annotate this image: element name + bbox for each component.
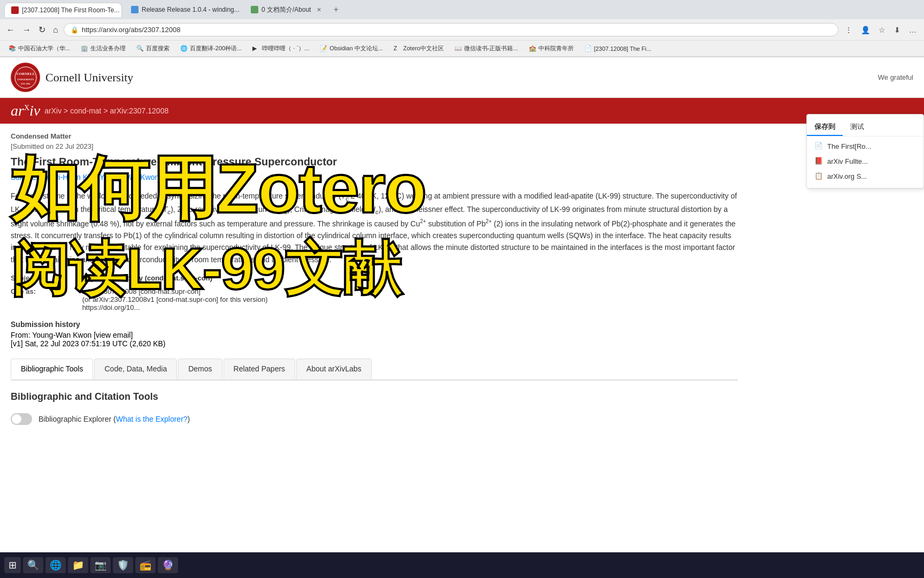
svg-text:CORNELL: CORNELL	[16, 72, 35, 76]
save-panel-tab-save[interactable]: 保存到	[807, 119, 843, 136]
favorites-button[interactable]: ☆	[875, 24, 889, 36]
tab-doc-close[interactable]: ✕	[317, 6, 321, 13]
arxiv-favicon	[11, 6, 19, 14]
subjects-value: Superconductivity (cond-mat.supr-con)	[82, 274, 212, 282]
forward-button[interactable]: →	[20, 23, 33, 37]
save-panel-header: 保存到 测试	[807, 119, 923, 136]
bookmark-8[interactable]: 🏫 中科院青年所	[525, 43, 578, 54]
arxiv-banner: arXiv arXiv > cond-mat > arXiv:2307.1200…	[0, 98, 924, 124]
nav-icons: ⋮ 👤 ☆ ⬇ …	[842, 24, 920, 36]
history-v1: [v1] Sat, 22 Jul 2023 07:51:19 UTC (2,62…	[11, 339, 738, 348]
tab-related[interactable]: Related Papers	[224, 359, 296, 379]
bookmark-label-0: 中国石油大学（华...	[18, 44, 70, 52]
breadcrumb-cond-mat[interactable]: cond-mat	[70, 107, 101, 115]
author-1[interactable]: Sukbae Lee	[11, 173, 51, 181]
tab-about[interactable]: About arXivLabs	[296, 359, 372, 379]
refresh-button[interactable]: ↻	[36, 22, 48, 37]
page-icon: 📄	[814, 142, 823, 150]
tab-release-label: Release Release 1.0.4 - winding...	[142, 6, 240, 13]
save-item-label-0: The First[Ro...	[827, 142, 871, 150]
cite-as-value-2: (or arXiv:2307.12008v1 [cond-mat.supr-co…	[82, 295, 268, 303]
paper-authors: Sukbae Lee, Ji-Hoon Kim, Young-Wan Kwon	[11, 173, 738, 181]
tab-code[interactable]: Code, Data, Media	[94, 359, 177, 379]
start-button[interactable]: ⊞	[4, 557, 21, 573]
author-3[interactable]: Young-Wan Kwon	[99, 173, 159, 181]
submission-date: [Submitted on 22 Jul 2023]	[11, 142, 738, 150]
tab-doc-label: 0 文档简介/About	[261, 5, 311, 14]
from-line: From: Young-Wan Kwon [view email]	[11, 331, 738, 339]
bookmark-icon-3: 🌐	[180, 45, 188, 52]
browser-nav: ← → ↻ ⌂ 🔒 https://arxiv.org/abs/2307.120…	[0, 19, 924, 41]
bookmark-icon-7: 📖	[455, 45, 462, 52]
from-author[interactable]: Young-Wan Kwon	[32, 331, 91, 339]
cite-as-doi[interactable]: https://doi.org/10...	[82, 303, 140, 311]
university-name: Cornell University	[45, 71, 133, 85]
home-button[interactable]: ⌂	[51, 23, 60, 37]
bookmark-4[interactable]: ▶ 哔哩哔哩（ · `）...	[248, 43, 313, 54]
bibliographic-explorer-toggle[interactable]	[11, 413, 32, 425]
bookmark-icon-2: 🔍	[136, 45, 144, 52]
bookmark-6[interactable]: Z Zotero中文社区	[389, 43, 448, 54]
save-panel: 保存到 测试 📄 The First[Ro... 📕 arXiv Fullte.…	[806, 114, 924, 188]
bookmark-0[interactable]: 📚 中国石油大学（华...	[4, 43, 74, 54]
pdf-icon: 📕	[814, 157, 823, 165]
bookmark-icon-4: ▶	[252, 45, 260, 52]
svg-point-0	[13, 65, 38, 90]
media-taskbar-button[interactable]: 📻	[135, 557, 156, 573]
search-taskbar-button[interactable]: 🔍	[23, 557, 43, 573]
browser-titlebar: [2307.12008] The First Room-Te... ✕ Rele…	[0, 0, 924, 19]
paper-title: The First Room-Temperature Ambient-Press…	[11, 155, 738, 169]
cornell-logo: CORNELL UNIVERSITY EST. 1865 Cornell Uni…	[11, 63, 133, 92]
tab-doc[interactable]: 0 文档简介/About ✕	[244, 2, 328, 18]
cite-as-value-1: arXiv:2307.12008 [cond-mat.supr-con]	[82, 287, 201, 295]
explorer-taskbar-button[interactable]: 📁	[68, 557, 88, 573]
settings-button[interactable]: …	[906, 24, 920, 36]
extensions-button[interactable]: ⋮	[842, 24, 856, 36]
back-button[interactable]: ←	[4, 23, 17, 37]
security-taskbar-button[interactable]: 🛡️	[113, 557, 133, 573]
submission-history-title: Submission history	[11, 320, 738, 329]
bookmark-5[interactable]: 📝 Obsidian 中文论坛...	[315, 43, 387, 54]
bookmark-7[interactable]: 📖 微信读书-正版书籍...	[450, 43, 522, 54]
page-wrapper: CORNELL UNIVERSITY EST. 1865 Cornell Uni…	[0, 57, 924, 446]
tab-arxiv-label: [2307.12008] The First Room-Te...	[22, 6, 120, 14]
breadcrumb-arxiv[interactable]: arXiv	[44, 107, 61, 115]
camera-taskbar-button[interactable]: 📷	[90, 557, 111, 573]
save-panel-item-1[interactable]: 📕 arXiv Fullte...	[807, 154, 923, 169]
bookmark-icon-1: 🏢	[81, 45, 88, 52]
tab-arxiv[interactable]: [2307.12008] The First Room-Te... ✕	[4, 3, 122, 17]
app-taskbar-button[interactable]: 🔮	[158, 557, 178, 573]
view-email-link[interactable]: [view email]	[94, 331, 133, 339]
tab-bibliographic[interactable]: Bibliographic Tools	[11, 359, 93, 379]
tab-demos[interactable]: Demos	[178, 359, 222, 379]
browser-chrome: [2307.12008] The First Room-Te... ✕ Rele…	[0, 0, 924, 57]
author-2[interactable]: Ji-Hoon Kim	[55, 173, 96, 181]
tabs-container: Bibliographic Tools Code, Data, Media De…	[11, 359, 738, 381]
bookmark-2[interactable]: 🔍 百度搜索	[132, 43, 174, 54]
address-bar[interactable]: 🔒 https://arxiv.org/abs/2307.12008	[64, 23, 838, 36]
save-panel-item-0[interactable]: 📄 The First[Ro...	[807, 139, 923, 154]
save-panel-tab-test[interactable]: 测试	[843, 119, 872, 136]
cite-as-label: Cite as:	[11, 287, 80, 295]
subjects-section: Subjects: Superconductivity (cond-mat.su…	[11, 274, 738, 282]
save-panel-item-2[interactable]: 📋 arXiv.org S...	[807, 169, 923, 184]
download-button[interactable]: ⬇	[891, 24, 904, 36]
bookmark-icon-9: 📄	[584, 45, 592, 52]
bookmark-label-8: 中科院青年所	[538, 44, 574, 52]
bookmark-icon-0: 📚	[9, 45, 16, 52]
add-tab-button[interactable]: +	[330, 5, 342, 14]
arxiv-save-icon: 📋	[814, 172, 823, 180]
svg-text:EST. 1865: EST. 1865	[21, 82, 30, 85]
abstract: For the first time in the world, we succ…	[11, 190, 738, 265]
profile-button[interactable]: 👤	[858, 24, 873, 36]
bookmark-9[interactable]: 📄 [2307.12008] The Fi...	[580, 44, 656, 54]
from-label: From:	[11, 331, 30, 339]
tab-release[interactable]: Release Release 1.0.4 - winding... ✕	[124, 2, 242, 17]
edge-taskbar-button[interactable]: 🌐	[45, 557, 66, 573]
bookmark-1[interactable]: 🏢 生活业务办理	[76, 43, 130, 54]
bookmark-3[interactable]: 🌐 百度翻译-200种语...	[176, 43, 246, 54]
explorer-what-link[interactable]: What is the Explorer?	[116, 415, 188, 423]
bookmark-label-5: Obsidian 中文论坛...	[329, 44, 383, 52]
toggle-row: Bibliographic Explorer (What is the Expl…	[11, 411, 738, 427]
breadcrumb-arxiv-id: arXiv:2307.12008	[110, 107, 168, 115]
